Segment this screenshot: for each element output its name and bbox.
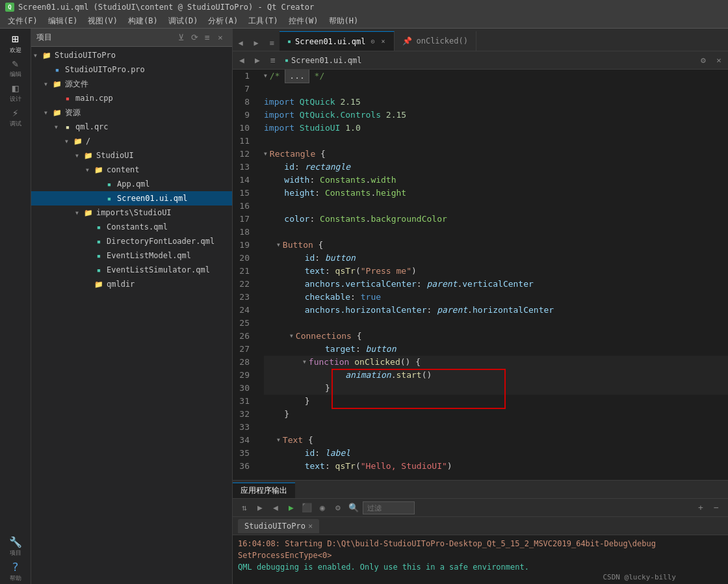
tab-onclicked[interactable]: 📌 onClicked(): [395, 31, 476, 51]
btn-next[interactable]: ◀: [269, 501, 282, 514]
toolbar-back[interactable]: ◀: [235, 54, 248, 67]
bottom-tab-output[interactable]: 应用程序输出: [233, 483, 295, 498]
toolbar-options[interactable]: ⚙: [697, 54, 710, 67]
toolbar-forward[interactable]: ▶: [251, 54, 264, 67]
tree-item-constants[interactable]: ▪ Constants.qml: [31, 220, 232, 234]
tab-nav-menu[interactable]: ≡: [264, 35, 280, 51]
sidebar-item-design[interactable]: ◧ 设计: [4, 81, 27, 104]
project-more-btn[interactable]: ≡: [201, 31, 214, 44]
tree-arrow: [86, 167, 94, 173]
menu-build[interactable]: 构建(B): [123, 14, 163, 29]
process-tabs: StudioUIToPro ×: [233, 517, 728, 535]
code-line-25: [264, 317, 728, 330]
tab-nav-left[interactable]: ◀: [233, 35, 248, 51]
tree-item-sources[interactable]: 📁 源文件: [31, 77, 232, 91]
code-line-20: id: button: [264, 252, 728, 265]
code-editor[interactable]: 1 7 8 9 10 11 12 13 14 15 16 17 18 19 20…: [233, 70, 728, 480]
sidebar-item-project[interactable]: 🔧 项目: [4, 535, 27, 558]
tab-nav-right[interactable]: ▶: [248, 35, 264, 51]
sidebar-item-welcome[interactable]: ⊞ 欢迎: [4, 31, 27, 55]
code-line-35: id: label: [264, 447, 728, 460]
project-tree: 📁 StudioUIToPro ▪ StudioUIToPro.pro 📁 源文…: [31, 47, 232, 584]
tree-label: EventListSimulator.qml: [107, 265, 210, 274]
tree-item-eventlistsim[interactable]: ▪ EventListSimulator.qml: [31, 263, 232, 277]
process-tab-close[interactable]: ×: [308, 522, 313, 531]
btn-prev[interactable]: ▶: [254, 501, 266, 514]
process-tab-label: StudioUIToPro: [244, 522, 306, 531]
menu-debug[interactable]: 调试(D): [163, 14, 203, 29]
btn-remove[interactable]: −: [710, 501, 723, 514]
tree-item-pro[interactable]: ▪ StudioUIToPro.pro: [31, 62, 232, 77]
editor-area: ◀ ▶ ≡ ▪ Screen01.ui.qml ⊙ × 📌 onClicked(…: [233, 29, 728, 584]
tree-item-app-qml[interactable]: ▪ App.qml: [31, 177, 232, 191]
btn-add[interactable]: +: [694, 501, 707, 514]
menu-analyze[interactable]: 分析(A): [203, 14, 243, 29]
btn-settings[interactable]: ⚙: [332, 501, 344, 514]
qml-icon: ▪: [94, 250, 104, 261]
tree-item-slash[interactable]: 📁 /: [31, 134, 232, 148]
tree-label: EventListModel.qml: [107, 251, 191, 260]
tree-item-resources[interactable]: 📁 资源: [31, 105, 232, 120]
tree-item-qrc[interactable]: ▪ qml.qrc: [31, 120, 232, 134]
tree-item-fontloader[interactable]: ▪ DirectoryFontLoader.qml: [31, 234, 232, 248]
folder-icon: 📁: [42, 50, 52, 60]
menu-help[interactable]: 帮助(H): [324, 14, 364, 29]
code-line-12: ▼ Rectangle {: [264, 148, 728, 161]
project-filter-btn[interactable]: ⊻: [175, 31, 188, 44]
btn-search[interactable]: 🔍: [347, 501, 360, 514]
folder-icon: 📁: [83, 207, 94, 218]
code-content[interactable]: ▼ /* ... */ import QtQuick 2.15 import Q…: [259, 70, 728, 480]
menu-edit[interactable]: 编辑(E): [43, 14, 83, 29]
sidebar-item-debug[interactable]: ⚡ 调试: [4, 105, 27, 129]
sidebar-item-help[interactable]: ? 帮助: [4, 559, 27, 583]
btn-scroll-up-down[interactable]: ⇅: [238, 501, 251, 514]
folder-icon: 📁: [94, 165, 104, 175]
tree-arrow: [65, 139, 73, 144]
code-line-18: [264, 226, 728, 239]
process-tab-main[interactable]: StudioUIToPro ×: [238, 519, 319, 533]
menu-file[interactable]: 文件(F): [3, 14, 43, 29]
code-line-27: target: button: [264, 343, 728, 356]
code-line-11: [264, 135, 728, 148]
tree-label: App.qml: [117, 179, 150, 189]
tree-item-eventlistmodel[interactable]: ▪ EventListModel.qml: [31, 248, 232, 263]
tab-close-screen01[interactable]: ⊙: [369, 36, 376, 46]
btn-record[interactable]: ◉: [316, 501, 329, 514]
tree-item-root[interactable]: 📁 StudioUIToPro: [31, 48, 232, 62]
code-line-32: }: [264, 408, 728, 421]
tree-item-studioui[interactable]: 📁 StudioUI: [31, 148, 232, 163]
sidebar-item-edit[interactable]: ✎ 编辑: [4, 56, 27, 79]
tree-item-qmldir[interactable]: 📁 qmldir: [31, 277, 232, 291]
help-icon: ?: [12, 560, 19, 574]
btn-run[interactable]: ▶: [285, 501, 298, 514]
code-line-7: [264, 83, 728, 96]
tree-item-imports[interactable]: 📁 imports\StudioUI: [31, 206, 232, 220]
code-line-15: height: Constants.height: [264, 187, 728, 200]
filter-input[interactable]: [363, 501, 415, 514]
tree-label: StudioUI: [96, 151, 134, 160]
menu-bar: 文件(F) 编辑(E) 视图(V) 构建(B) 调试(D) 分析(A) 工具(T…: [0, 14, 728, 29]
code-line-23: checkable: true: [264, 291, 728, 304]
menu-controls[interactable]: 控件(W): [283, 14, 324, 29]
code-line-33: [264, 421, 728, 434]
project-icon: 🔧: [9, 536, 22, 548]
btn-stop[interactable]: ⬛: [300, 501, 313, 514]
code-line-31: }: [264, 395, 728, 408]
qml-icon: ▪: [104, 179, 114, 189]
tree-item-content[interactable]: 📁 content: [31, 163, 232, 177]
tree-label: 资源: [65, 107, 81, 118]
tree-item-main-cpp[interactable]: ▪ main.cpp: [31, 91, 232, 105]
toolbar-close[interactable]: ×: [712, 54, 725, 67]
toolbar-menu[interactable]: ≡: [266, 54, 280, 67]
title-bar: Q Screen01.ui.qml (StudioUI\content @ St…: [0, 0, 728, 14]
tree-item-screen01[interactable]: ▪ Screen01.ui.qml: [31, 191, 232, 206]
tab-x-screen01[interactable]: ×: [380, 36, 386, 46]
code-line-16: [264, 200, 728, 213]
tab-screen01[interactable]: ▪ Screen01.ui.qml ⊙ ×: [280, 31, 395, 51]
code-line-30: }: [264, 382, 728, 395]
project-close-btn[interactable]: ×: [214, 31, 227, 44]
project-sync-btn[interactable]: ⟳: [188, 31, 201, 44]
toolbar-qml-icon: ▪: [285, 57, 289, 64]
menu-tools[interactable]: 工具(T): [243, 14, 283, 29]
menu-view[interactable]: 视图(V): [83, 14, 123, 29]
